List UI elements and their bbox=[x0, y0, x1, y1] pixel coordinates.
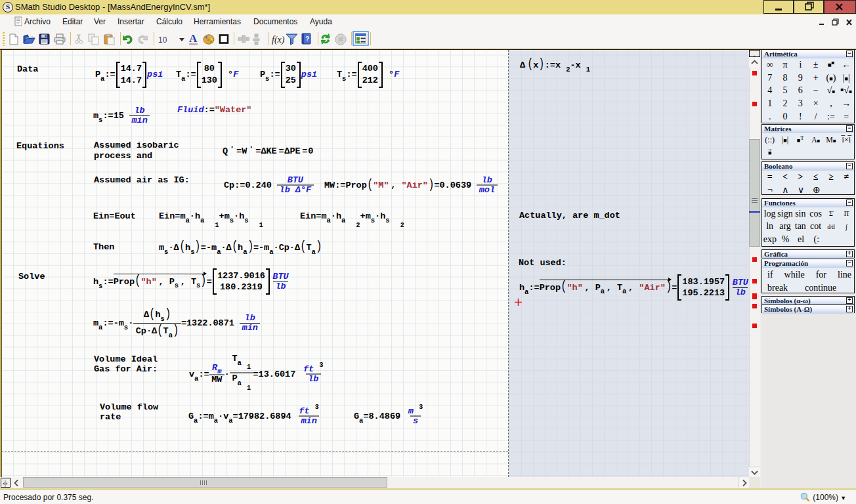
svg-text:A: A bbox=[189, 32, 198, 45]
svg-text:?: ? bbox=[305, 35, 309, 43]
svg-text:f(x): f(x) bbox=[272, 35, 285, 45]
svg-text:10: 10 bbox=[158, 35, 167, 45]
